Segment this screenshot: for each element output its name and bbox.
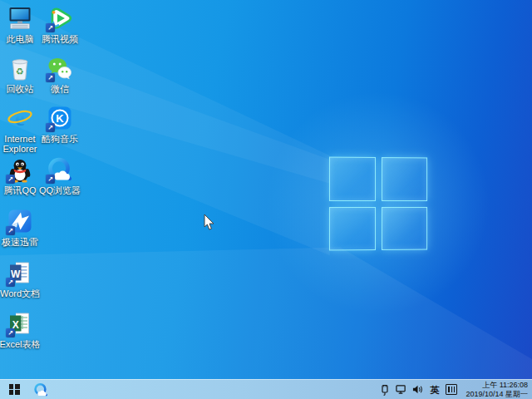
clock-time: 上午 11:26:08 (466, 381, 528, 390)
qq-browser-taskbar-icon (33, 382, 48, 397)
shortcut-arrow-badge: ↗ (46, 23, 55, 32)
icon-label: 极速迅雷 (0, 237, 47, 247)
icon-label: 微信 (33, 84, 86, 94)
shortcut-arrow-badge: ↗ (6, 278, 15, 287)
icon-label: QQ浏览器 (33, 185, 86, 195)
word-document-icon: W ↗ (7, 259, 33, 286)
svg-text:e: e (15, 106, 25, 131)
desktop-icon-word[interactable]: W ↗ Word文档 (0, 259, 47, 298)
qq-browser-icon: ↗ (47, 156, 73, 183)
start-button[interactable] (0, 380, 28, 399)
desktop-icon-qq-browser[interactable]: ↗ QQ浏览器 (33, 156, 86, 195)
excel-spreadsheet-icon: X ↗ (7, 310, 33, 337)
volume-icon[interactable] (412, 384, 423, 396)
recycle-bin-icon: ♻ (7, 55, 33, 81)
desktop-icon-tencent-video[interactable]: ↗ 腾讯视频 (33, 5, 86, 44)
windows-logo-pane (382, 206, 427, 250)
icon-label: 酷狗音乐 (33, 134, 86, 144)
tencent-video-icon: ↗ (47, 5, 73, 32)
windows-start-icon (9, 384, 20, 395)
windows-logo-wallpaper (329, 157, 427, 251)
windows-logo-pane (382, 157, 427, 201)
network-icon[interactable] (396, 384, 406, 396)
desktop-icon-kugou-music[interactable]: K ↗ 酷狗音乐 (33, 105, 86, 144)
shortcut-arrow-badge: ↗ (6, 175, 15, 184)
taskbar: 英 上午 11:26:08 2019/10/14 星期一 (0, 379, 532, 399)
ime-mode-icon[interactable] (446, 384, 457, 395)
shortcut-arrow-badge: ↗ (6, 226, 15, 235)
system-tray: 英 上午 11:26:08 2019/10/14 星期一 (379, 381, 532, 399)
icon-label: Word文档 (0, 288, 47, 298)
shortcut-arrow-badge: ↗ (46, 73, 55, 82)
desktop-icon-wechat[interactable]: ↗ 微信 (33, 55, 86, 94)
shortcut-arrow-badge: ↗ (6, 328, 15, 337)
windows-logo-pane (329, 157, 376, 201)
taskbar-clock[interactable]: 上午 11:26:08 2019/10/14 星期一 (463, 381, 528, 399)
shortcut-arrow-badge: ↗ (46, 175, 55, 184)
this-pc-icon (7, 5, 33, 32)
qq-penguin-icon: ↗ (7, 156, 33, 183)
desktop-icon-excel[interactable]: X ↗ Excel表格 (0, 310, 47, 349)
icon-label: Excel表格 (0, 339, 47, 349)
internet-explorer-icon: e (7, 105, 33, 131)
shortcut-arrow-badge: ↗ (46, 123, 55, 132)
svg-text:♻: ♻ (16, 66, 24, 76)
windows-logo-pane (329, 207, 376, 251)
kugou-music-icon: K ↗ (47, 105, 73, 131)
desktop-icon-xunlei[interactable]: ↗ 极速迅雷 (0, 208, 47, 247)
xunlei-bird-icon: ↗ (7, 208, 33, 234)
svg-text:K: K (56, 112, 64, 125)
icon-label: 腾讯视频 (33, 34, 86, 44)
wechat-icon: ↗ (47, 55, 73, 81)
taskbar-app-qq-browser[interactable] (28, 380, 53, 399)
ime-language-indicator[interactable]: 英 (429, 384, 440, 396)
clock-date: 2019/10/14 星期一 (466, 390, 528, 399)
usb-safely-remove-icon[interactable] (379, 384, 390, 396)
